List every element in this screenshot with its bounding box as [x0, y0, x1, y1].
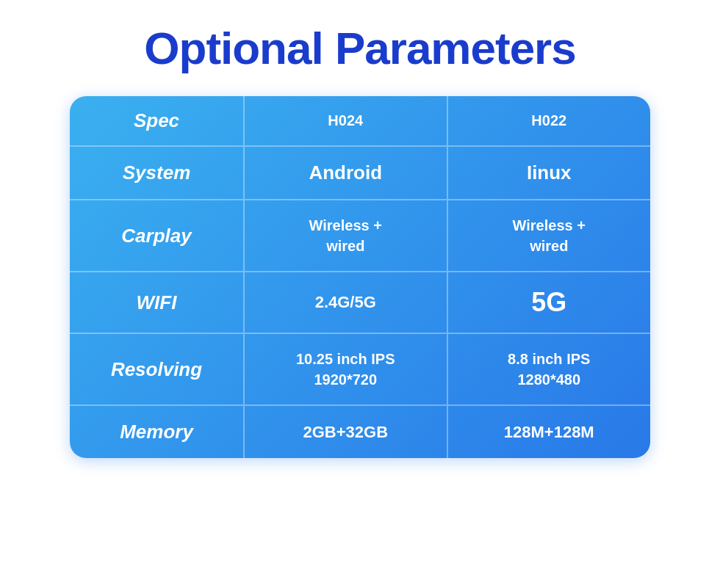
- spec-cell: WIFI: [70, 272, 244, 333]
- h024-cell: H024: [244, 96, 447, 146]
- table-row: SpecH024H022: [70, 96, 650, 146]
- page-title: Optional Parameters: [144, 22, 575, 74]
- table-row: CarplayWireless +wiredWireless +wired: [70, 200, 650, 272]
- spec-cell: System: [70, 146, 244, 200]
- table-row: WIFI2.4G/5G5G: [70, 272, 650, 333]
- h022-cell: H022: [447, 96, 651, 146]
- h024-cell: 2.4G/5G: [244, 272, 447, 333]
- table-row: Memory2GB+32GB128M+128M: [70, 405, 650, 458]
- h022-cell: Iinux: [447, 146, 651, 200]
- h022-cell: 8.8 inch IPS1280*480: [447, 333, 651, 405]
- h024-cell: 10.25 inch IPS1920*720: [244, 333, 447, 405]
- spec-cell: Spec: [70, 96, 244, 146]
- params-table: SpecH024H022SystemAndroidIinuxCarplayWir…: [70, 96, 650, 458]
- h022-cell: 5G: [447, 272, 651, 333]
- spec-cell: Carplay: [70, 200, 244, 272]
- spec-cell: Resolving: [70, 333, 244, 405]
- table-row: Resolving10.25 inch IPS1920*7208.8 inch …: [70, 333, 650, 405]
- h022-cell: 128M+128M: [447, 405, 651, 458]
- h024-cell: 2GB+32GB: [244, 405, 447, 458]
- spec-cell: Memory: [70, 405, 244, 458]
- h024-cell: Wireless +wired: [244, 200, 447, 272]
- table-row: SystemAndroidIinux: [70, 146, 650, 200]
- h024-cell: Android: [244, 146, 447, 200]
- h022-cell: Wireless +wired: [447, 200, 651, 272]
- params-table-container: SpecH024H022SystemAndroidIinuxCarplayWir…: [70, 96, 650, 458]
